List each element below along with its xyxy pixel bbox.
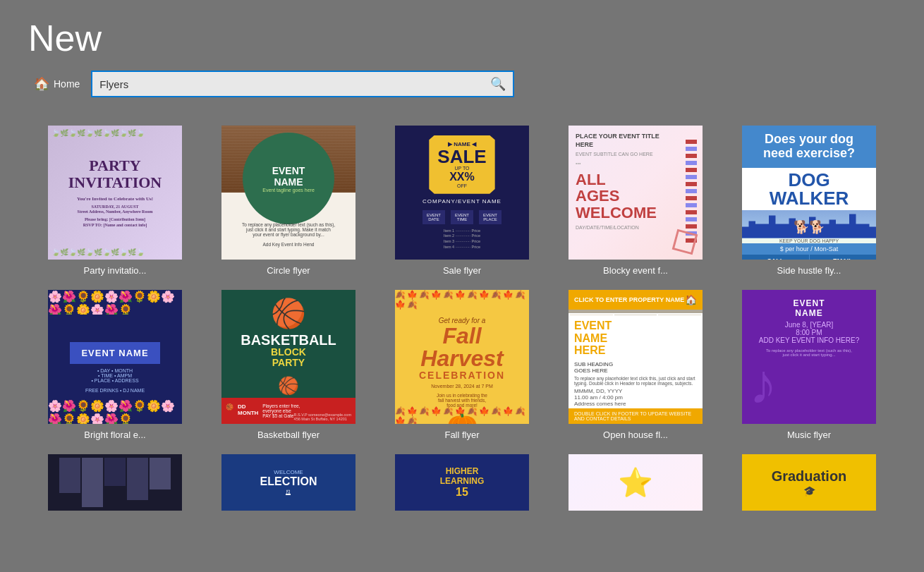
search-input-wrapper: 🔍 [91, 71, 514, 97]
template-thumb: 🍂🍁🍂🍁🍂🍁🍂🍁🍂🍁🍂🍁🍂 Get ready for a FallHarves… [395, 290, 529, 424]
template-label: Music flyer [742, 430, 876, 440]
template-label: Side hustle fly... [742, 265, 876, 276]
template-thumb: WELCOME ELECTION 🗳 [221, 454, 355, 511]
template-thumb [48, 454, 182, 511]
template-thumb: HIGHERLEARNING 15 [395, 454, 529, 511]
template-thumb: PLACE YOUR EVENT TITLEHERE EVENT SUBTITL… [569, 126, 703, 260]
template-item-dog-walker[interactable]: Does your dog need exercise? DOGWALKER 🐕… [722, 118, 896, 283]
page-title: New [0, 0, 924, 71]
template-label: Open house fl... [569, 430, 703, 440]
template-item-circle-flyer[interactable]: EVENTNAME Event tagline goes here To rep… [202, 118, 375, 283]
template-thumb: 🏀 BASKETBALL BLOCKPARTY 🏀 🏀 DDMONTH Play… [221, 290, 355, 424]
template-thumb: ▶ NAME ◀ SALE UP TO XX% OFF COMPANY/EVEN… [395, 126, 529, 260]
template-label: Blocky event f... [569, 265, 703, 276]
template-thumb: EVENTNAME Event tagline goes here To rep… [221, 126, 355, 260]
template-item-party-invitation[interactable]: 🍃🌿🍃🌿🍃🌿🍃🌿🍃🌿🍃 🍃🌿🍃🌿🍃🌿🍃🌿🍃🌿🍃 PARTY INVITATION… [28, 118, 202, 283]
template-item-blocky-event[interactable]: PLACE YOUR EVENT TITLEHERE EVENT SUBTITL… [549, 118, 722, 283]
search-input[interactable] [92, 74, 483, 95]
home-label: Home [54, 78, 80, 90]
template-item-star[interactable]: ⭐ [549, 447, 722, 523]
template-thumb: CLICK TO ENTER PROPERTY NAME 🏠 EVENTNAME… [569, 290, 703, 424]
template-item-graduation[interactable]: Graduation 🎓 [722, 447, 896, 523]
template-item-open-house[interactable]: CLICK TO ENTER PROPERTY NAME 🏠 EVENTNAME… [549, 283, 722, 447]
search-bar: 🏠 Home 🔍 [0, 71, 924, 111]
template-label: Party invitatio... [48, 265, 182, 276]
template-thumb: ♪ EVENTNAME June 8, [YEAR] 8:00 PM ADD K… [742, 290, 876, 424]
template-item-bright-floral[interactable]: 🌸🌺🌻🌼🌸🌺🌻🌼🌸🌺🌻🌼🌸🌺🌻 EVENT NAME • DAY • MONTH… [28, 283, 202, 447]
search-icon: 🔍 [490, 77, 506, 91]
template-label: Basketball flyer [221, 430, 355, 440]
template-item-fall[interactable]: 🍂🍁🍂🍁🍂🍁🍂🍁🍂🍁🍂🍁🍂 Get ready for a FallHarves… [375, 283, 549, 447]
home-button[interactable]: 🏠 Home [28, 73, 85, 95]
template-thumb: 🍃🌿🍃🌿🍃🌿🍃🌿🍃🌿🍃 🍃🌿🍃🌿🍃🌿🍃🌿🍃🌿🍃 PARTY INVITATION… [48, 126, 182, 260]
template-label: Bright floral e... [48, 430, 182, 440]
template-thumb: 🌸🌺🌻🌼🌸🌺🌻🌼🌸🌺🌻🌼🌸🌺🌻 EVENT NAME • DAY • MONTH… [48, 290, 182, 424]
search-button[interactable]: 🔍 [483, 72, 513, 96]
template-item-dark[interactable] [28, 447, 202, 523]
template-label: Sale flyer [395, 265, 529, 276]
template-thumb: Does your dog need exercise? DOGWALKER 🐕… [742, 126, 876, 260]
template-thumb: Graduation 🎓 [742, 454, 876, 511]
home-icon: 🏠 [34, 76, 49, 92]
template-item-sale-flyer[interactable]: ▶ NAME ◀ SALE UP TO XX% OFF COMPANY/EVEN… [375, 118, 549, 283]
template-item-basketball[interactable]: 🏀 BASKETBALL BLOCKPARTY 🏀 🏀 DDMONTH Play… [202, 283, 375, 447]
template-thumb: ⭐ [569, 454, 703, 511]
template-item-music[interactable]: ♪ EVENTNAME June 8, [YEAR] 8:00 PM ADD K… [722, 283, 896, 447]
template-item-education[interactable]: HIGHERLEARNING 15 [375, 447, 549, 523]
template-item-election[interactable]: WELCOME ELECTION 🗳 [202, 447, 375, 523]
template-label: Circle flyer [221, 265, 355, 276]
template-label: Fall flyer [395, 430, 529, 440]
templates-grid: 🍃🌿🍃🌿🍃🌿🍃🌿🍃🌿🍃 🍃🌿🍃🌿🍃🌿🍃🌿🍃🌿🍃 PARTY INVITATION… [0, 111, 924, 530]
